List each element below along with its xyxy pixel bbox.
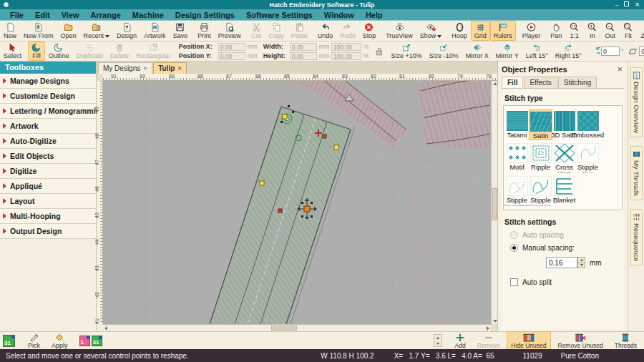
mirror-y-button[interactable]: Mirror Y	[492, 41, 522, 61]
sidebar-item-manage-designs[interactable]: Manage Designs	[0, 74, 96, 89]
scroll-up-icon[interactable]	[493, 82, 497, 85]
scroll-right-icon[interactable]	[487, 326, 489, 331]
vertical-scrollbar[interactable]	[491, 81, 497, 324]
hoop-button[interactable]: Hoop	[448, 21, 471, 41]
stitch-type-cross-stitch[interactable]: Cross Stitch	[552, 142, 576, 173]
reshape-node[interactable]	[260, 181, 264, 185]
rotate-angle-field[interactable]: 0	[601, 47, 620, 56]
rotate-right-15-button[interactable]: Right 15°	[552, 41, 585, 61]
reshape-node[interactable]	[334, 145, 338, 150]
spacing-value-field[interactable]: 0.16	[546, 257, 577, 268]
close-button[interactable]: ✕	[635, 1, 640, 8]
design-canvas[interactable]	[103, 81, 491, 324]
duplicate-button[interactable]: Duplicate	[73, 41, 107, 61]
menu-view[interactable]: View	[56, 9, 85, 21]
apply-color-button[interactable]: Apply	[52, 333, 68, 349]
sidebar-item-multi-hooping[interactable]: Multi-Hooping	[0, 209, 96, 224]
menu-help[interactable]: Help	[360, 9, 389, 21]
open-button[interactable]: Open	[57, 21, 80, 41]
width-field[interactable]: 0.00	[290, 43, 317, 51]
pink-stitch-region[interactable]	[418, 81, 490, 149]
manual-spacing-radio[interactable]	[510, 244, 518, 252]
scroll-left-icon[interactable]	[104, 326, 107, 331]
size-up-button[interactable]: Size +10%	[388, 41, 426, 61]
lock-proportions-button[interactable]	[371, 41, 388, 61]
rectangular-button[interactable]: Rectangular	[132, 41, 175, 61]
rulers-button[interactable]: Rulers	[490, 21, 516, 41]
preview-button[interactable]: Preview	[215, 21, 245, 41]
cut-button[interactable]: Cut	[248, 21, 265, 41]
outline-button[interactable]: Outline	[45, 41, 73, 61]
stitch-marker[interactable]	[323, 134, 326, 138]
vertical-scroll-thumb[interactable]	[492, 188, 497, 220]
show-button[interactable]: Show	[416, 21, 446, 41]
undo-button[interactable]: Undo	[314, 21, 337, 41]
stitch-type-tatami[interactable]: Tatami	[505, 109, 529, 140]
auto-spacing-radio[interactable]	[510, 231, 518, 239]
sidebar-item-edit-objects[interactable]: Edit Objects	[0, 149, 96, 164]
sidebar-item-lettering-monogramming[interactable]: Lettering / Monogramming	[0, 104, 96, 119]
remove-color-button[interactable]: Remove	[473, 331, 504, 351]
palette-color-31[interactable]: 31	[92, 336, 102, 346]
sidebar-item-output-design[interactable]: Output Design	[0, 224, 96, 239]
player-button[interactable]: Player	[519, 21, 545, 41]
zoom-button[interactable]: Zoom	[637, 21, 644, 41]
pick-color-button[interactable]: Pick	[28, 333, 40, 349]
remove-unused-button[interactable]: Remove Unused	[554, 331, 608, 351]
stitch-marker[interactable]	[278, 209, 282, 212]
zoom-1to1-button[interactable]: 1:1	[565, 21, 583, 41]
stitch-type-ripple[interactable]: Ripple	[529, 142, 552, 173]
select-button[interactable]: Select	[0, 41, 25, 61]
horizontal-scrollbar[interactable]	[103, 324, 491, 331]
sidebar-item-customize-design[interactable]: Customize Design	[0, 89, 96, 104]
tab-effects[interactable]: Effects	[524, 77, 557, 88]
skew-angle-field[interactable]: 0	[639, 47, 644, 56]
stitch-type-motif[interactable]: Motif	[505, 142, 529, 173]
stitch-type-stipple-backstitch[interactable]: Stipple Backstitch	[505, 175, 529, 206]
height-percent-field[interactable]: 100.00	[331, 52, 361, 60]
panel-close-icon[interactable]: ✕	[615, 66, 624, 73]
size-down-button[interactable]: Size -10%	[426, 41, 462, 61]
sidebar-item-applique[interactable]: Appliqué	[0, 179, 96, 194]
sidebar-item-artwork[interactable]: Artwork	[0, 119, 96, 134]
zoom-out-button[interactable]: Out	[601, 21, 619, 41]
tab-stitching[interactable]: Stitching	[558, 77, 597, 88]
scroll-down-icon[interactable]	[493, 320, 497, 323]
threads-button[interactable]: Threads	[610, 331, 641, 351]
menu-file[interactable]: File	[4, 9, 29, 21]
restore-button[interactable]	[624, 1, 629, 6]
menu-software-settings[interactable]: Software Settings	[240, 9, 318, 21]
rotate-left-15-button[interactable]: Left 15°	[522, 41, 552, 61]
position-y-field[interactable]: 0.00	[218, 52, 245, 60]
grid-button[interactable]: Grid	[471, 21, 490, 41]
stitch-type-blanket[interactable]: Blanket	[552, 175, 576, 206]
mirror-x-button[interactable]: Mirror X	[462, 41, 492, 61]
menu-arrange[interactable]: Arrange	[85, 9, 127, 21]
tab-my-designs[interactable]: My Designs✕	[98, 62, 152, 74]
menu-edit[interactable]: Edit	[29, 9, 56, 21]
sidebar-item-layout[interactable]: Layout	[0, 194, 96, 209]
menu-machine[interactable]: Machine	[127, 9, 170, 21]
artwork-button[interactable]: Artwork	[140, 21, 170, 41]
stop-button[interactable]: Stop	[359, 21, 380, 41]
stitch-type-stipple-run[interactable]: Stipple Run	[576, 142, 600, 173]
copy-button[interactable]: Copy	[265, 21, 288, 41]
new-from-button[interactable]: New From	[20, 21, 57, 41]
horizontal-scroll-thumb[interactable]	[271, 326, 297, 331]
pan-button[interactable]: Pan	[547, 21, 565, 41]
menu-design-settings[interactable]: Design Settings	[170, 9, 240, 21]
add-color-button[interactable]: Add	[451, 331, 470, 351]
zoom-in-button[interactable]: In	[583, 21, 601, 41]
sidebar-item-digitize[interactable]: Digitize	[0, 164, 96, 179]
delete-button[interactable]: Delete	[107, 41, 132, 61]
spacing-stepper[interactable]	[577, 257, 585, 268]
height-field[interactable]: 0.00	[290, 52, 317, 60]
tab-my-threads[interactable]: My Threads	[630, 146, 643, 200]
palette-color-1[interactable]: 1	[79, 336, 90, 346]
menu-window[interactable]: Window	[318, 9, 360, 21]
position-x-field[interactable]: 0.00	[218, 43, 245, 51]
tab-design-overview[interactable]: Design Overview	[630, 67, 643, 137]
stitch-type-stipple-stemple[interactable]: Stipple Stemple	[529, 175, 552, 206]
auto-split-checkbox[interactable]	[510, 278, 518, 286]
new-button[interactable]: New	[0, 21, 20, 41]
